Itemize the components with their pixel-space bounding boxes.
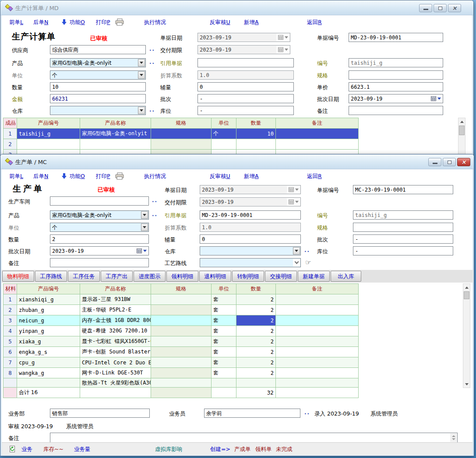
doc-no-field[interactable]: MD-23-09-19-0001 <box>349 33 443 42</box>
aux-qty-field[interactable]: 0 <box>197 82 294 91</box>
toolbar-unaudit[interactable]: 反审核U <box>210 173 230 180</box>
toolbar-unaudit[interactable]: 反审核U <box>210 19 230 26</box>
pointing-hand-icon[interactable]: ☞ <box>305 259 311 266</box>
printer-icon[interactable] <box>115 172 124 182</box>
spinner-icon[interactable] <box>450 434 457 442</box>
statusbar-finished-doc-link[interactable]: 产成单 <box>234 443 251 456</box>
warehouse-lookup-dots[interactable]: .. <box>149 107 155 113</box>
table-row[interactable]: 1 taishiji_g 家用G型电脑-金奥-onlyit 个 10 <box>4 129 359 139</box>
remark-field[interactable] <box>50 258 149 267</box>
tab-progress-chart[interactable]: 进度图示 <box>134 271 166 282</box>
minimize-button[interactable] <box>419 4 432 12</box>
salesman-lookup-dots[interactable]: .. <box>304 409 310 416</box>
table-scrollbar[interactable] <box>458 118 465 155</box>
toolbar-add-new[interactable]: 新增A <box>244 173 259 180</box>
scrollbar-thumb[interactable] <box>464 291 469 299</box>
doc-date-field[interactable]: 2023-09-19 <box>200 185 301 194</box>
toolbar-functions[interactable]: 功能O <box>70 173 85 180</box>
printer-icon[interactable] <box>115 18 124 28</box>
tab-return-detail[interactable]: 退料明细 <box>199 271 231 282</box>
scroll-up-icon[interactable] <box>463 284 470 291</box>
qty-field[interactable]: 10 <box>50 82 146 91</box>
workshop-field[interactable] <box>50 196 149 206</box>
window1-titlebar[interactable]: 生产计算单 / MD × <box>0 0 473 15</box>
refresh-doc-icon[interactable] <box>9 445 16 455</box>
spec-field[interactable] <box>349 70 443 80</box>
salesman-field[interactable]: 余学前 <box>204 409 300 418</box>
scroll-down-icon[interactable] <box>463 381 470 388</box>
table-row[interactable]: 7 cpu_g CPU-Intel Core 2 Duo E43 套 2 <box>4 357 359 368</box>
toolbar-functions[interactable]: 功能O <box>70 19 85 26</box>
scrollbar-thumb[interactable] <box>459 126 465 135</box>
aux-qty-field[interactable]: 0 <box>200 234 301 244</box>
toolbar-prev-doc[interactable]: 前单L <box>9 19 23 26</box>
table-row[interactable]: 2 zhuban_g 主板-华硕 P5PL2-E 套 2 <box>4 305 359 315</box>
route-combobox[interactable] <box>200 258 301 267</box>
table-row[interactable]: 2 <box>4 139 359 150</box>
function-arrow-icon[interactable] <box>62 19 67 27</box>
scroll-up-icon[interactable] <box>458 118 465 125</box>
doc-no-field[interactable]: MC-23-09-19-0001 <box>353 185 453 194</box>
tab-in-out-stock[interactable]: 出入库 <box>331 271 361 282</box>
statusbar-business-link[interactable]: 业务 <box>21 443 32 456</box>
tab-handover-detail[interactable]: 交接明细 <box>265 271 297 282</box>
function-arrow-icon[interactable] <box>62 173 67 181</box>
ref-doc-field[interactable] <box>197 58 294 67</box>
close-button[interactable]: × <box>448 4 461 12</box>
statusbar-unfinished-link[interactable]: 未完成 <box>276 443 293 456</box>
tab-process-output[interactable]: 工序产出 <box>101 271 133 282</box>
tab-transfer-detail[interactable]: 转制明细 <box>232 271 264 282</box>
unit-combobox[interactable]: 个 <box>50 70 146 80</box>
table-row[interactable]: 1 xianshiqi_g 显示器-三星 931BW 套 2 <box>4 294 359 305</box>
factor-field[interactable]: 1.0 <box>200 223 301 232</box>
delivery-date-field[interactable]: 2023-09-19 <box>200 197 301 206</box>
toolbar-print[interactable]: 打印P <box>96 19 110 26</box>
statusbar-picking-doc-link[interactable]: 领料单 <box>255 443 272 456</box>
tab-picking-detail[interactable]: 领料明细 <box>166 271 198 282</box>
table-row[interactable]: 8 wangka_g 网卡-D-Link DGE-530T 套 2 <box>4 368 359 378</box>
toolbar-execution-status[interactable]: 执行情况 <box>144 173 166 180</box>
dropdown-arrow-icon[interactable] <box>138 71 145 79</box>
restore-button[interactable] <box>434 4 447 12</box>
toolbar-prev-doc[interactable]: 前单L <box>9 173 23 180</box>
delivery-date-field[interactable]: 2023-09-19 <box>197 45 290 54</box>
statusbar-business-volume-link[interactable]: 业务量 <box>74 443 91 456</box>
dropdown-arrow-icon[interactable] <box>138 59 145 66</box>
batch-date-field[interactable]: 2023-09-19 <box>349 94 443 103</box>
batch-date-field[interactable]: 2023-09-19 <box>50 246 149 255</box>
toolbar-add-new[interactable]: 新增A <box>244 19 259 26</box>
table-row-current[interactable]: 3 neicun_g 内存-金士顿 1GB DDR2 800 套 2 <box>4 315 359 326</box>
toolbar-print[interactable]: 打印P <box>96 173 110 180</box>
calendar-icon[interactable] <box>287 198 300 206</box>
supplier-field[interactable]: 综合供应商 <box>50 45 146 54</box>
dept-field[interactable]: 销售部 <box>50 409 150 418</box>
dropdown-arrow-icon[interactable] <box>141 211 148 219</box>
spec-field[interactable] <box>353 223 453 232</box>
bin-field[interactable]: - <box>353 246 453 255</box>
qty-field[interactable]: 2 <box>50 234 149 244</box>
ref-doc-field[interactable]: MD-23-09-19-0001 <box>200 210 301 220</box>
toolbar-return[interactable]: 返回R <box>307 173 322 180</box>
bin-field[interactable]: - <box>197 106 294 115</box>
supplier-lookup-dots[interactable]: .. <box>149 46 155 52</box>
amount-field[interactable]: 66231 <box>50 94 146 103</box>
window2-titlebar[interactable]: 生产单 / MC × <box>0 154 474 169</box>
toolbar-next-doc[interactable]: 后单N <box>33 19 48 26</box>
warehouse-lookup-dots[interactable]: .. <box>304 247 310 253</box>
calendar-icon[interactable] <box>276 34 289 41</box>
product-combobox[interactable]: 家用G型电脑-金奥-onlyit <box>50 58 146 67</box>
chevron-down-icon[interactable] <box>293 259 300 266</box>
minimize-button[interactable] <box>428 158 441 166</box>
table-row-clipped[interactable]: 散热器-Tt 火星9彩色版(A30 <box>4 378 359 388</box>
product-lookup-dots[interactable]: .. <box>152 211 158 217</box>
workshop-lookup-dots[interactable]: .. <box>152 197 158 203</box>
code-field[interactable]: taishiji_g <box>353 210 453 220</box>
dropdown-arrow-icon[interactable] <box>141 224 148 231</box>
table-row[interactable]: 6 engka_g_s 声卡-创新 Sound Blaster A 套 2 <box>4 347 359 357</box>
calendar-icon[interactable] <box>276 46 289 53</box>
calendar-icon[interactable] <box>135 247 148 255</box>
tab-material-detail[interactable]: 物料明细 <box>2 271 34 282</box>
statusbar-create-link[interactable]: 创建=> <box>210 443 230 456</box>
remark-field[interactable] <box>349 106 443 115</box>
product-lookup-dots[interactable]: .. <box>149 59 155 65</box>
